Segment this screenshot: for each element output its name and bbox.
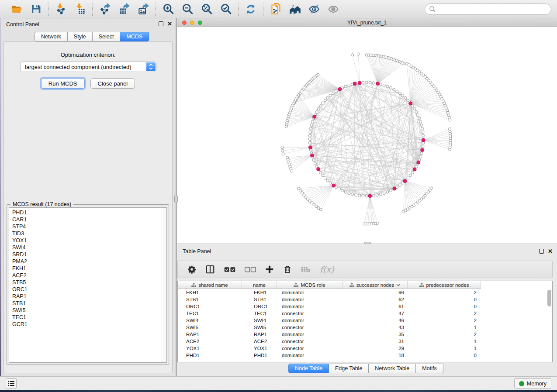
mcds-result-item[interactable]: ACE2 (12, 272, 166, 279)
table-body: FKH1FKH1dominator962STB1STB1dominator620… (178, 289, 552, 359)
function-builder-icon[interactable]: f(x) (320, 265, 334, 274)
deselect-all-icon[interactable] (245, 266, 256, 273)
export-network-icon[interactable] (99, 3, 111, 15)
cell-successors: 35 (343, 331, 408, 338)
delete-table-icon[interactable] (301, 266, 311, 273)
mcds-result-item[interactable]: TID3 (12, 230, 166, 237)
cell-predecessors: 2 (408, 317, 481, 324)
cell-shared-name: RAP1 (178, 331, 242, 338)
sort-desc-icon (396, 284, 400, 286)
cell-name: STB1 (242, 296, 277, 303)
table-row[interactable]: SWI4SWI4dominator462 (178, 317, 552, 324)
tab-motifs[interactable]: Motifs (416, 364, 443, 373)
float-table-panel-icon[interactable] (539, 249, 544, 254)
home-icon[interactable] (289, 3, 301, 15)
tab-edge-table[interactable]: Edge Table (329, 364, 369, 373)
tab-node-table[interactable]: Node Table (288, 364, 329, 373)
column-header-name[interactable]: name (242, 281, 277, 289)
tab-style[interactable]: Style (68, 32, 93, 41)
close-panel-icon[interactable]: ✕ (167, 21, 172, 26)
tab-network[interactable]: Network (35, 32, 68, 41)
mcds-result-item[interactable]: RAP1 (12, 293, 166, 300)
mcds-result-item[interactable]: SRD1 (12, 251, 166, 258)
column-header-mcds-role[interactable]: MCDS role (277, 281, 343, 289)
column-header-predecessor-nodes[interactable]: predecessor nodes (408, 281, 481, 289)
network-graph (177, 27, 557, 244)
cell-successors: 18 (343, 352, 408, 359)
close-table-panel-icon[interactable]: ✕ (548, 249, 553, 254)
memory-button[interactable]: Memory (514, 378, 551, 389)
save-session-icon[interactable] (30, 3, 42, 15)
network-window-titlebar[interactable]: YPA_prune.txt_1 (177, 18, 557, 27)
close-panel-button[interactable]: Close panel (90, 78, 135, 89)
eye-icon[interactable] (327, 3, 339, 15)
task-history-button[interactable] (6, 378, 17, 389)
mcds-result-item[interactable]: PMA2 (12, 258, 166, 265)
table-settings-gear-icon[interactable] (187, 265, 196, 274)
desktop-wallpaper-bottom (0, 390, 557, 392)
mcds-result-item[interactable]: ORC1 (12, 286, 166, 293)
cell-successors: 43 (343, 324, 408, 331)
table-row[interactable]: PHD1PHD1dominator180 (178, 352, 552, 359)
splitter-handle[interactable] (174, 196, 178, 203)
mcds-result-item[interactable]: PHD1 (12, 209, 166, 216)
search-input[interactable] (438, 5, 551, 14)
cell-name: FKH1 (242, 289, 277, 296)
add-column-icon[interactable] (265, 265, 274, 274)
mcds-result-item[interactable]: STP4 (12, 223, 166, 230)
cell-mcds-role: connector (277, 310, 343, 317)
table-row[interactable]: RAP1RAP1dominator352 (178, 331, 552, 338)
mcds-result-item[interactable]: FKH1 (12, 265, 166, 272)
show-columns-icon[interactable] (205, 265, 215, 274)
table-row[interactable]: FKH1FKH1dominator962 (178, 289, 552, 296)
table-scrollbar-thumb[interactable] (547, 290, 551, 306)
control-panel-tabs: Network Style Select MCDS (35, 32, 149, 41)
mcds-result-list[interactable]: PHD1CAR1STP4TID3YOX1SWI4SRD1PMA2FKH1ACE2… (9, 207, 167, 363)
run-mcds-button[interactable]: Run MCDS (41, 78, 85, 89)
tab-network-table[interactable]: Network Table (369, 364, 416, 373)
zoom-selected-icon[interactable] (220, 3, 232, 15)
tab-select[interactable]: Select (93, 32, 121, 41)
table-row[interactable]: STB1STB1dominator620 (178, 296, 552, 303)
import-network-icon[interactable] (55, 3, 67, 15)
table-row[interactable]: TEC1TEC1connector472 (178, 310, 552, 317)
network-canvas[interactable] (177, 27, 557, 244)
mcds-result-item[interactable]: GCR1 (12, 321, 166, 328)
mcds-result-item[interactable]: CAR1 (12, 216, 166, 223)
open-file-icon[interactable] (10, 3, 23, 15)
import-table-icon[interactable] (74, 3, 86, 15)
optimization-criterion-label: Optimization criterion: (4, 52, 172, 58)
zoom-out-icon[interactable] (181, 3, 194, 15)
table-row[interactable]: YOX1YOX1connector291 (178, 345, 552, 352)
optimization-criterion-select[interactable]: largest connected component (undirected) (20, 62, 156, 72)
delete-column-icon[interactable] (283, 265, 292, 274)
float-panel-icon[interactable] (159, 21, 163, 26)
tab-mcds[interactable]: MCDS (120, 32, 149, 41)
mcds-result-item[interactable]: STB5 (12, 279, 166, 286)
hide-toggle-icon[interactable] (308, 3, 320, 15)
mcds-list-scrollbar[interactable] (161, 208, 166, 362)
share-document-icon[interactable] (270, 3, 282, 15)
mcds-result-item[interactable]: TEC1 (12, 314, 166, 321)
zoom-fit-icon[interactable] (201, 3, 213, 15)
select-all-icon[interactable] (224, 266, 235, 273)
mcds-result-item[interactable]: STB1 (12, 300, 166, 307)
cell-name: RAP1 (242, 331, 277, 338)
table-row[interactable]: ORC1ORC1dominator610 (178, 303, 552, 310)
column-header-shared-name[interactable]: shared name (178, 281, 242, 289)
search-box[interactable] (425, 3, 551, 15)
table-toolbar: f(x) (177, 261, 553, 278)
zoom-in-icon[interactable] (162, 3, 174, 15)
mcds-result-item[interactable]: SWI5 (12, 307, 166, 314)
cell-name: PHD1 (242, 352, 277, 359)
export-image-icon[interactable] (137, 3, 149, 15)
table-row[interactable]: SWI5SWI5connector431 (178, 324, 552, 331)
column-header-successor-nodes[interactable]: successor nodes (343, 281, 408, 289)
vertical-splitter[interactable] (176, 18, 177, 376)
cell-shared-name: ACE2 (178, 338, 242, 345)
table-row[interactable]: ACE2ACE2connector311 (178, 338, 552, 345)
refresh-icon[interactable] (245, 3, 257, 15)
export-table-icon[interactable] (118, 3, 130, 15)
mcds-result-item[interactable]: SWI4 (12, 244, 166, 251)
mcds-result-item[interactable]: YOX1 (12, 237, 166, 244)
